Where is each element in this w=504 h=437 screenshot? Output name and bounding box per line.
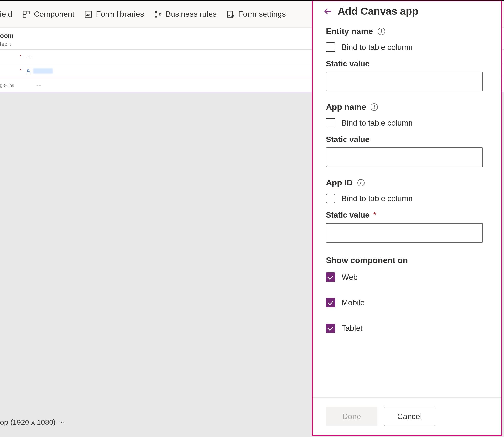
- entity-name-group: Entity name i Bind to table column Stati…: [326, 27, 488, 91]
- person-icon: [26, 68, 31, 74]
- entity-bind-row: Bind to table column: [326, 42, 488, 52]
- toolbar-form-libraries-label: Form libraries: [96, 10, 144, 19]
- show-on-heading: Show component on: [326, 255, 488, 265]
- required-indicator-icon: *: [20, 54, 21, 59]
- panel-body: Entity name i Bind to table column Stati…: [313, 19, 501, 397]
- toolbar-form-libraries[interactable]: JS Form libraries: [84, 10, 144, 19]
- show-on-mobile-label: Mobile: [342, 298, 365, 307]
- panel-title: Add Canvas app: [338, 5, 418, 17]
- component-icon: [22, 10, 30, 18]
- app-id-static-input[interactable]: [326, 223, 483, 243]
- svg-text:JS: JS: [86, 13, 91, 17]
- show-on-tablet-checkbox[interactable]: [326, 324, 335, 333]
- app-id-static-label-text: Static value: [326, 211, 370, 219]
- toolbar-business-rules[interactable]: Business rules: [154, 10, 217, 19]
- show-component-on-group: Show component on Web Mobile Tablet: [326, 254, 488, 340]
- app-name-static-input[interactable]: [326, 147, 483, 167]
- toolbar-component-label: Component: [34, 10, 74, 19]
- flow-icon: [154, 10, 162, 18]
- toolbar-component[interactable]: Component: [22, 10, 74, 19]
- chevron-down-icon: ⌄: [9, 42, 12, 47]
- svg-rect-0: [23, 11, 26, 14]
- app-name-bind-checkbox[interactable]: [326, 118, 335, 127]
- app-id-label: App ID i: [326, 178, 488, 187]
- cancel-button[interactable]: Cancel: [384, 407, 435, 426]
- entity-name-label-text: Entity name: [326, 27, 373, 36]
- form-settings-icon: [226, 10, 235, 18]
- required-star: *: [373, 211, 376, 219]
- cancel-button-label: Cancel: [397, 412, 422, 421]
- app-id-bind-checkbox[interactable]: [326, 194, 335, 203]
- back-arrow-icon[interactable]: [323, 7, 332, 16]
- toolbar-field[interactable]: ield: [0, 10, 12, 19]
- svg-point-9: [232, 15, 234, 17]
- add-canvas-app-panel: Add Canvas app Entity name i Bind to tab…: [312, 1, 502, 436]
- svg-rect-1: [27, 11, 29, 14]
- field-placeholder: ---: [26, 54, 33, 60]
- show-on-web-label: Web: [342, 273, 358, 282]
- required-indicator-icon: *: [20, 68, 21, 73]
- done-button-label: Done: [342, 412, 361, 421]
- entity-bind-label: Bind to table column: [342, 43, 413, 52]
- app-id-static-label: Static value *: [326, 211, 488, 220]
- info-icon[interactable]: i: [378, 28, 385, 35]
- entity-static-input[interactable]: [326, 72, 483, 91]
- app-name-static-label: Static value: [326, 135, 488, 144]
- info-icon[interactable]: i: [357, 179, 365, 186]
- field-label-singleline: gle-line: [0, 83, 27, 88]
- app-id-bind-label: Bind to table column: [342, 194, 413, 203]
- show-on-mobile-row: Mobile: [326, 298, 488, 307]
- toolbar-business-rules-label: Business rules: [166, 10, 217, 19]
- field-placeholder: ---: [37, 83, 41, 88]
- svg-point-10: [27, 69, 29, 71]
- svg-rect-7: [159, 14, 161, 15]
- info-icon[interactable]: i: [371, 103, 378, 111]
- entity-name-label: Entity name i: [326, 27, 488, 36]
- app-name-label: App name i: [326, 102, 488, 112]
- toolbar-field-label: ield: [0, 10, 12, 19]
- done-button: Done: [326, 407, 377, 426]
- app-id-bind-row: Bind to table column: [326, 194, 488, 203]
- app-name-group: App name i Bind to table column Static v…: [326, 102, 488, 167]
- show-on-tablet-row: Tablet: [326, 324, 488, 333]
- app-id-group: App ID i Bind to table column Static val…: [326, 178, 488, 243]
- entity-static-label: Static value: [326, 59, 488, 68]
- app-name-bind-label: Bind to table column: [342, 118, 413, 127]
- show-on-list: Web Mobile Tablet: [326, 272, 488, 340]
- show-on-web-checkbox[interactable]: [326, 272, 335, 282]
- panel-header: Add Canvas app: [313, 1, 501, 19]
- app-id-label-text: App ID: [326, 178, 353, 187]
- svg-point-6: [155, 16, 157, 17]
- chevron-down-icon[interactable]: [59, 419, 66, 425]
- app-name-bind-row: Bind to table column: [326, 118, 488, 127]
- toolbar-form-settings-label: Form settings: [238, 10, 286, 19]
- svg-point-5: [155, 11, 157, 13]
- owner-value-redacted: [33, 68, 53, 74]
- app-name-label-text: App name: [326, 102, 366, 112]
- show-on-tablet-label: Tablet: [342, 324, 362, 333]
- toolbar-form-settings[interactable]: Form settings: [226, 10, 286, 19]
- svg-rect-2: [23, 14, 26, 17]
- js-icon: JS: [84, 10, 93, 18]
- show-on-mobile-checkbox[interactable]: [326, 298, 335, 307]
- show-on-web-row: Web: [326, 272, 488, 282]
- form-tab-label: ted: [0, 41, 8, 47]
- panel-footer: Done Cancel: [313, 397, 501, 435]
- entity-bind-checkbox[interactable]: [326, 42, 335, 52]
- layout-size-label: op (1920 x 1080): [0, 418, 56, 426]
